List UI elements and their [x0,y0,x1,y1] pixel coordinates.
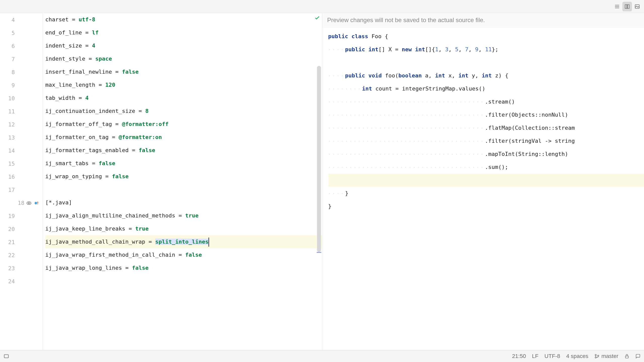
image-icon [634,4,640,9]
editor-pane: 456789101112131415161718192021222324 cha… [0,13,322,350]
code-line[interactable]: ij_formatter_on_tag = @formatter:on [45,131,322,144]
gutter-line: 24 [0,275,43,288]
status-lock-button[interactable] [624,354,629,359]
code-line[interactable]: max_line_length = 120 [45,78,322,92]
code-line[interactable]: ij_java_align_multiline_chained_methods … [45,209,322,222]
preview-pane: Preview changes will not be saved to the… [322,13,644,350]
preview-line: ····public void foo(boolean a, int x, in… [328,69,644,82]
gutter-line: 11 [0,105,43,118]
lock-icon [624,354,629,359]
code-line[interactable]: ij_formatter_tags_enabled = false [45,144,322,157]
chat-icon [635,354,640,359]
list-icon [614,4,620,9]
code-line[interactable]: ij_java_keep_line_breaks = true [45,222,322,235]
gutter-line: 21 [0,236,43,249]
gutter-line: 10 [0,92,43,105]
gutter-line: 15 [0,157,43,170]
code-line[interactable] [45,183,322,196]
view-split-button[interactable] [622,2,632,11]
branch-icon [594,354,599,359]
scrollbar-marker [317,252,321,253]
code-line[interactable]: ij_java_wrap_long_lines = false [45,261,322,275]
status-notifications-button[interactable] [635,354,640,359]
main-container: 456789101112131415161718192021222324 cha… [0,13,644,350]
preview-line: ·····································.ma… [328,148,644,161]
gutter-line: 5 [0,27,43,40]
code-line[interactable]: ij_smart_tabs = false [45,157,322,170]
preview-content: public class Foo {····public int[] X = n… [322,27,644,350]
view-preview-button[interactable] [632,2,642,11]
code-line[interactable] [45,275,322,288]
gutter-line: 6 [0,40,43,53]
code-line[interactable]: ij_java_wrap_first_method_in_call_chain … [45,248,322,261]
code-line[interactable]: insert_final_newline = false [45,65,322,78]
code-line[interactable]: ij_wrap_on_typing = false [45,170,322,183]
code-line[interactable]: charset = utf-8 [45,13,322,26]
code-line[interactable]: [*.java] [45,196,322,209]
preview-line: ····public int[] X = new int[]{1, 3, 5, … [328,43,644,56]
status-terminal-button[interactable] [4,353,9,359]
code-line[interactable]: indent_style = space [45,52,322,65]
code-line[interactable]: tab_width = 4 [45,92,322,105]
preview-line: ·····································.fi… [328,134,644,148]
editor-content[interactable]: charset = utf-8end_of_line = lfindent_si… [43,13,322,350]
preview-line: ·····································.fi… [328,108,644,121]
override-icon[interactable] [33,200,39,206]
status-encoding[interactable]: UTF-8 [544,353,560,359]
preview-line: ········int count = integerStringMap.val… [328,82,644,95]
preview-line: ····} [328,187,644,200]
gutter-line: 8 [0,66,43,79]
gutter-line: 18 [0,197,43,210]
status-bar: 21:50 LF UTF-8 4 spaces master [0,350,644,362]
gutter-line: 7 [0,53,43,66]
svg-point-8 [35,202,37,204]
svg-rect-13 [625,356,628,358]
preview-line: ·····································.fl… [328,121,644,134]
svg-rect-4 [627,5,629,8]
view-list-button[interactable] [612,2,622,11]
gutter-line: 23 [0,262,43,275]
gutter-line: 13 [0,131,43,144]
code-line[interactable]: ij_continuation_indent_size = 8 [45,105,322,118]
gutter-line: 9 [0,79,43,92]
text-cursor [209,238,209,247]
svg-rect-9 [4,355,9,358]
status-position[interactable]: 21:50 [512,353,526,359]
code-line[interactable]: ij_formatter_off_tag = @formatter:off [45,118,322,131]
svg-point-10 [595,354,596,356]
status-eol[interactable]: LF [532,353,539,359]
editor-scrollbar[interactable] [316,13,322,350]
preview-line: } [328,200,644,213]
split-icon [624,4,630,9]
status-branch[interactable]: master [594,353,618,359]
preview-line: ·····································.st… [328,95,644,108]
preview-line: public class Foo { [328,30,644,43]
preview-line [328,174,644,187]
preview-line [328,56,644,69]
gutter-line: 14 [0,144,43,157]
svg-point-12 [597,355,599,356]
svg-point-7 [28,203,29,204]
gutter-line: 19 [0,210,43,223]
code-line[interactable]: end_of_line = lf [45,26,322,39]
terminal-icon [4,353,9,359]
code-line[interactable]: indent_size = 4 [45,39,322,52]
gutter-line: 16 [0,170,43,184]
status-indent[interactable]: 4 spaces [566,353,588,359]
preview-header: Preview changes will not be saved to the… [322,13,644,27]
svg-rect-3 [625,5,627,8]
gutter-line: 4 [0,14,43,27]
gutter-line: 12 [0,118,43,131]
top-toolbar [0,0,644,13]
scrollbar-thumb[interactable] [317,66,321,252]
preview-line: ·····································.su… [328,161,644,174]
gutter: 456789101112131415161718192021222324 [0,13,43,350]
eye-icon[interactable] [26,200,32,206]
status-branch-label: master [601,353,618,359]
code-line[interactable]: ij_java_method_call_chain_wrap = split_i… [45,235,322,248]
svg-point-11 [595,357,596,358]
gutter-line: 17 [0,184,43,197]
gutter-line: 20 [0,223,43,236]
check-icon [314,15,320,22]
gutter-line: 22 [0,249,43,262]
